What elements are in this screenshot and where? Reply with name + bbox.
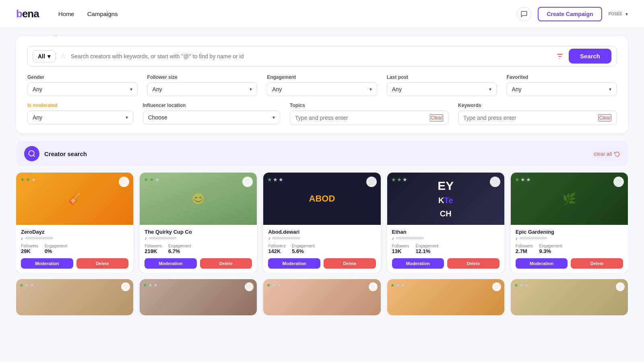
bottom-heart-4[interactable]: ♡ bbox=[616, 282, 625, 291]
moderation-button-0[interactable]: Moderation bbox=[21, 258, 73, 269]
bottom-star-filled-2: ★ bbox=[266, 282, 271, 288]
handle-bar-4 bbox=[519, 237, 547, 239]
keywords-clear-button[interactable]: Clear bbox=[598, 114, 611, 121]
messages-icon[interactable] bbox=[517, 7, 531, 21]
engagement-label: Engagement bbox=[267, 74, 377, 80]
filter-icon[interactable] bbox=[556, 52, 564, 60]
card-name-1: The Quirky Cup Co bbox=[144, 229, 252, 235]
cards-bottom-row: ★ ★ ★ ♡ ★ ★ ★ ♡ ★ ★ ★ ♡ ★ ★ bbox=[16, 279, 628, 315]
followers-stat-3: Followers 13K bbox=[392, 244, 409, 254]
topics-input[interactable] bbox=[295, 115, 430, 121]
handle-bar-1 bbox=[149, 237, 177, 239]
bottom-star-empty-0: ★ bbox=[25, 282, 29, 288]
engagement-stat-1: Engagement 6.7% bbox=[168, 244, 191, 254]
favorite-button-0[interactable]: ♡ bbox=[119, 177, 129, 187]
location-select[interactable]: Choose ▾ bbox=[143, 111, 280, 124]
star-2: ★ bbox=[273, 177, 278, 183]
bottom-heart-2[interactable]: ♡ bbox=[369, 282, 378, 291]
card-stars-1: ★ ★ ★ bbox=[144, 177, 160, 183]
bottom-star-filled-0: ★ bbox=[19, 282, 24, 288]
bottom-card-0: ★ ★ ★ ♡ bbox=[16, 279, 133, 315]
create-campaign-button[interactable]: Create Campaign bbox=[538, 7, 602, 21]
gender-filter: Gender Any ▾ bbox=[27, 74, 138, 96]
followers-label-2: Followers bbox=[268, 244, 285, 248]
card-actions-3: Moderation Delete bbox=[392, 258, 500, 269]
card-image-2: ABOD ★ ★ ★ ♡ bbox=[263, 173, 380, 225]
svg-line-4 bbox=[33, 155, 35, 157]
moderation-button-3[interactable]: Moderation bbox=[392, 258, 444, 269]
followers-value-2: 142K bbox=[268, 248, 285, 254]
moderated-filter: Is moderated Any ▾ bbox=[27, 103, 133, 125]
navbar: bena Home Campaigns Create Campaign POSÉ… bbox=[0, 0, 644, 28]
location-label: Influencer location bbox=[143, 103, 280, 108]
creator-card-1: 😊 ★ ★ ★ ♡ The Quirky Cup Co ♪ Followers bbox=[140, 173, 257, 273]
follower-chevron-icon: ▾ bbox=[250, 86, 252, 92]
engagement-stat-4: Engagement 9.3% bbox=[539, 244, 562, 254]
gender-chevron-icon: ▾ bbox=[130, 86, 132, 92]
bottom-heart-1[interactable]: ♡ bbox=[245, 282, 254, 291]
engagement-stat-0: Engagement 0% bbox=[45, 244, 68, 254]
card-image-1: 😊 ★ ★ ★ ♡ bbox=[140, 173, 257, 225]
moderated-select[interactable]: Any ▾ bbox=[27, 111, 133, 124]
tiktok-icon-1: ♪ bbox=[144, 236, 147, 241]
engagement-label-3: Engagement bbox=[415, 244, 438, 248]
bottom-card-1: ★ ★ ★ ♡ bbox=[140, 279, 257, 315]
favorite-button-2[interactable]: ♡ bbox=[366, 177, 377, 187]
favorite-button-3[interactable]: ♡ bbox=[490, 177, 500, 187]
delete-button-3[interactable]: Delete bbox=[447, 258, 500, 269]
bottom-stars-1: ★ ★ ★ bbox=[143, 282, 158, 288]
last-post-select[interactable]: Any ▾ bbox=[387, 82, 497, 96]
bottom-star-empty-3: ★ bbox=[153, 282, 158, 288]
engagement-select[interactable]: Any ▾ bbox=[267, 82, 377, 96]
delete-button-1[interactable]: Delete bbox=[200, 258, 252, 269]
clear-all-button[interactable]: clear all bbox=[594, 151, 620, 157]
delete-button-4[interactable]: Delete bbox=[571, 258, 623, 269]
location-value: Choose bbox=[148, 114, 167, 121]
card-stats-2: Followers 142K Engagement 5.6% bbox=[268, 244, 376, 254]
moderation-button-1[interactable]: Moderation bbox=[144, 258, 197, 269]
logo: bena bbox=[16, 8, 39, 20]
card-actions-0: Moderation Delete bbox=[21, 258, 128, 269]
creator-card-2: ABOD ★ ★ ★ ♡ Abod.dewari ♪ Followers 14 bbox=[263, 173, 380, 273]
user-chevron-icon: ▾ bbox=[625, 11, 628, 17]
follower-select[interactable]: Any ▾ bbox=[147, 82, 258, 96]
user-menu[interactable]: POSÉE ▾ bbox=[609, 11, 628, 17]
topics-clear-button[interactable]: Clear bbox=[430, 114, 443, 121]
bottom-star-empty-5: ★ bbox=[277, 282, 281, 288]
creator-search-title: Creator search bbox=[44, 150, 87, 157]
moderation-button-4[interactable]: Moderation bbox=[516, 258, 568, 269]
favorited-select[interactable]: Any ▾ bbox=[506, 82, 617, 96]
card-stats-0: Followers 29K Engagement 0% bbox=[21, 244, 128, 254]
nav-home[interactable]: Home bbox=[58, 10, 74, 17]
card-body-3: Ethan ♪ Followers 13K Engagement 12.1% bbox=[387, 225, 504, 273]
all-filter-pill[interactable]: All ▾ bbox=[33, 50, 56, 62]
gender-label: Gender bbox=[27, 74, 138, 80]
engagement-value-4: 9.3% bbox=[539, 248, 562, 254]
nav-campaigns[interactable]: Campaigns bbox=[87, 10, 118, 17]
bottom-star-empty-9: ★ bbox=[524, 282, 529, 288]
card-image-3: EYKTeCH ★ ★ ★ ♡ bbox=[387, 173, 504, 225]
bottom-card-4: ★ ★ ★ ♡ bbox=[511, 279, 628, 315]
nav-right: Create Campaign POSÉE ▾ bbox=[517, 7, 628, 21]
keywords-input[interactable] bbox=[463, 115, 598, 121]
bottom-star-filled-3: ★ bbox=[390, 282, 395, 288]
bottom-star-empty-1: ★ bbox=[30, 282, 34, 288]
star-1: ★ bbox=[144, 177, 149, 183]
star-1: ★ bbox=[267, 177, 272, 183]
search-input[interactable] bbox=[71, 53, 551, 60]
delete-button-0[interactable]: Delete bbox=[76, 258, 129, 269]
delete-button-2[interactable]: Delete bbox=[324, 258, 376, 269]
favorite-button-4[interactable]: ♡ bbox=[613, 177, 624, 187]
followers-label-4: Followers bbox=[516, 244, 533, 248]
favorited-filter: Favorited Any ▾ bbox=[506, 74, 617, 96]
search-button[interactable]: Search bbox=[569, 49, 611, 64]
bottom-heart-0[interactable]: ♡ bbox=[121, 282, 130, 291]
moderation-button-2[interactable]: Moderation bbox=[268, 258, 320, 269]
tiktok-icon-3: ♪ bbox=[392, 236, 394, 241]
card-name-4: Epic Gardening bbox=[516, 229, 623, 235]
topics-filter: Topics Clear bbox=[290, 103, 448, 125]
star-3: ★ bbox=[31, 177, 36, 183]
creator-card-0: 🎸 ★ ★ ★ ♡ ZeroDayz ♪ Followers 29K bbox=[16, 173, 133, 273]
bottom-heart-3[interactable]: ♡ bbox=[492, 282, 501, 291]
gender-select[interactable]: Any ▾ bbox=[27, 82, 138, 96]
